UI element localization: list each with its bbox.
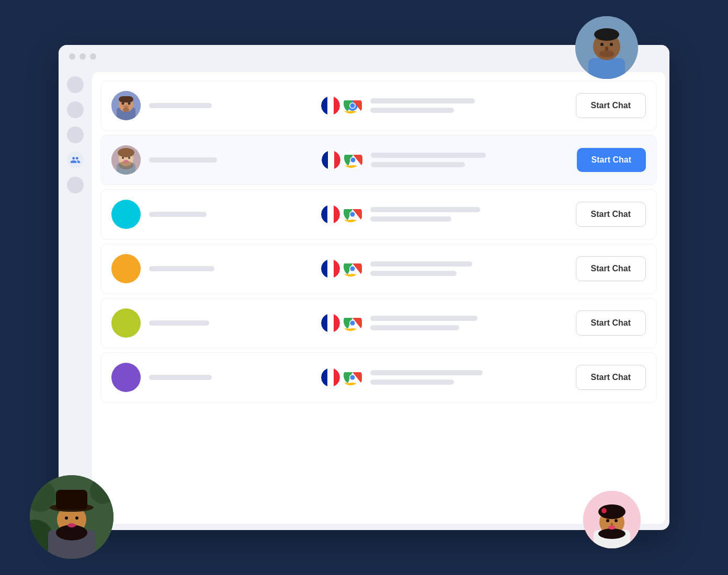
sidebar-item-3[interactable]: [67, 126, 84, 143]
flags-block: [321, 259, 362, 278]
french-flag-icon: [321, 96, 340, 115]
desc-placeholder-2: [370, 325, 459, 330]
svg-point-58: [350, 212, 355, 217]
outer-window: Start Chat: [50, 37, 678, 538]
user-name-block: [149, 212, 313, 217]
user-name-block: [149, 266, 313, 271]
svg-point-4: [599, 50, 614, 58]
chrome-icon: [343, 368, 362, 387]
user-row: Start Chat: [100, 352, 657, 402]
svg-point-28: [608, 525, 616, 530]
name-placeholder: [149, 320, 209, 326]
chrome-icon: [343, 205, 362, 224]
french-flag-icon: [321, 314, 340, 332]
name-placeholder: [149, 266, 214, 271]
sidebar-item-2[interactable]: [67, 101, 84, 118]
chrome-icon: [344, 151, 362, 169]
start-chat-button[interactable]: Start Chat: [576, 202, 646, 227]
svg-point-7: [605, 47, 608, 51]
chrome-icon: [343, 314, 362, 332]
svg-point-27: [615, 519, 618, 522]
desc-placeholder-1: [370, 98, 475, 104]
svg-point-24: [598, 528, 625, 539]
desc-placeholder-2: [370, 271, 457, 276]
window-body: Start Chat: [59, 68, 669, 528]
svg-point-17: [65, 516, 68, 520]
sidebar-item-5[interactable]: [67, 177, 84, 193]
desc-placeholder-2: [370, 216, 451, 222]
flags-block: [321, 96, 362, 115]
avatar: [111, 200, 141, 229]
svg-point-66: [350, 321, 355, 326]
start-chat-button[interactable]: Start Chat: [576, 256, 646, 281]
user-row: Start Chat: [100, 244, 657, 294]
desc-placeholder-1: [370, 316, 477, 321]
user-name-block: [149, 320, 313, 326]
floating-avatar-woman-hat: [30, 475, 113, 559]
svg-point-46: [118, 148, 134, 157]
desc-placeholder-1: [370, 370, 483, 375]
svg-point-54: [351, 158, 356, 163]
user-row: Start Chat: [100, 135, 657, 185]
user-name-block: [149, 157, 313, 163]
start-chat-button[interactable]: Start Chat: [577, 148, 646, 172]
desc-block: [371, 153, 568, 167]
desc-block: [370, 261, 567, 276]
window-dot-3: [90, 53, 96, 60]
svg-rect-1: [588, 58, 625, 79]
main-content: Start Chat: [92, 72, 665, 524]
svg-point-37: [123, 108, 129, 112]
french-flag-icon: [321, 205, 340, 224]
name-placeholder: [149, 375, 212, 380]
flags-block: [321, 314, 362, 332]
name-placeholder: [149, 157, 217, 163]
svg-point-6: [610, 43, 613, 46]
chrome-icon: [343, 96, 362, 115]
floating-avatar-man: [575, 16, 638, 79]
desc-block: [370, 98, 567, 113]
svg-point-19: [67, 523, 76, 527]
svg-rect-33: [119, 96, 133, 102]
flags-block: [322, 151, 362, 169]
svg-rect-15: [56, 490, 87, 510]
user-row: Start Chat: [100, 80, 657, 131]
desc-placeholder-1: [371, 153, 486, 158]
floating-avatar-woman: [583, 491, 641, 548]
svg-point-70: [350, 375, 355, 380]
svg-point-34: [122, 102, 124, 105]
user-name-block: [149, 103, 313, 108]
svg-point-35: [128, 102, 131, 105]
window-dot-2: [79, 53, 86, 60]
user-row: Start Chat: [100, 189, 657, 239]
avatar: [111, 308, 141, 338]
desc-placeholder-2: [371, 162, 465, 167]
svg-point-48: [122, 157, 124, 159]
svg-point-29: [611, 523, 613, 526]
svg-point-62: [350, 267, 355, 271]
svg-point-50: [123, 160, 129, 163]
flags-block: [321, 205, 362, 224]
chrome-icon: [343, 259, 362, 278]
desc-placeholder-2: [370, 380, 454, 385]
flags-block: [321, 368, 362, 387]
avatar: [111, 91, 141, 120]
svg-point-25: [601, 508, 607, 513]
svg-point-49: [128, 157, 130, 159]
start-chat-button[interactable]: Start Chat: [576, 310, 646, 336]
window-dot-1: [69, 53, 75, 60]
start-chat-button[interactable]: Start Chat: [576, 93, 646, 118]
user-name-block: [149, 375, 313, 380]
svg-point-18: [75, 516, 78, 520]
sidebar: [59, 68, 92, 528]
avatar: [111, 363, 141, 392]
start-chat-button[interactable]: Start Chat: [576, 365, 646, 390]
svg-point-5: [600, 43, 604, 46]
desc-placeholder-1: [370, 261, 472, 267]
sidebar-item-1[interactable]: [67, 76, 84, 93]
desc-block: [370, 316, 567, 330]
desc-block: [370, 207, 567, 222]
desc-block: [370, 370, 567, 385]
french-flag-icon: [321, 368, 340, 387]
user-row: Start Chat: [100, 298, 657, 348]
sidebar-item-users[interactable]: [67, 152, 84, 168]
